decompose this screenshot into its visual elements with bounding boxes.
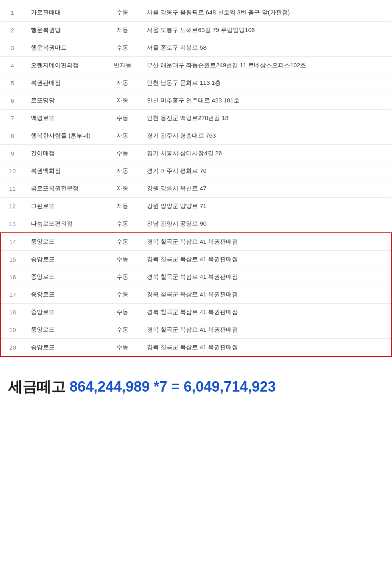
table-row: 2행운복권방자동서울 도봉구 노해로63길 79 우림빌딩106 bbox=[0, 22, 392, 39]
store-type: 자동 bbox=[104, 198, 140, 215]
store-address: 경북 칠곡군 북삼로 41 복권판매점 bbox=[140, 304, 392, 321]
store-name: 복권백화점 bbox=[24, 162, 104, 180]
table-row: 4오렌지데이편의점반자동부산 해운대구 좌동순환로249번길 11 르네상스오피… bbox=[0, 57, 392, 74]
store-type: 반자동 bbox=[104, 57, 140, 74]
table-row: 7백령로또수동인천 옹진군 백령로278번길 18 bbox=[0, 110, 392, 127]
store-type: 수동 bbox=[104, 251, 140, 268]
row-number: 4 bbox=[0, 57, 24, 74]
table-row: 19중앙로또수동경북 칠곡군 북삼로 41 복권판매점 bbox=[0, 321, 392, 339]
store-type: 자동 bbox=[104, 162, 140, 180]
store-type: 수동 bbox=[104, 145, 140, 162]
row-number: 5 bbox=[0, 74, 24, 92]
store-type: 수동 bbox=[104, 39, 140, 57]
row-number: 17 bbox=[0, 286, 24, 304]
store-name: 복권판매점 bbox=[24, 74, 104, 92]
row-number: 2 bbox=[0, 22, 24, 39]
store-type: 자동 bbox=[104, 92, 140, 110]
store-type: 자동 bbox=[104, 127, 140, 145]
store-type: 수동 bbox=[104, 339, 140, 357]
table-row: 9간이매점수동경기 시흥시 삼미시장4길 26 bbox=[0, 145, 392, 162]
store-type: 수동 bbox=[104, 233, 140, 251]
table-row: 14중앙로또수동경북 칠곡군 북삼로 41 복권판매점 bbox=[0, 233, 392, 251]
store-address: 부산 해운대구 좌동순환로249번길 11 르네상스오피스102호 bbox=[140, 57, 392, 74]
table-row: 11꿈로또복권전문점자동강원 강릉시 옥천로 47 bbox=[0, 180, 392, 198]
store-name: 로또명당 bbox=[24, 92, 104, 110]
store-name: 중앙로또 bbox=[24, 251, 104, 268]
row-number: 9 bbox=[0, 145, 24, 162]
store-name: 중앙로또 bbox=[24, 339, 104, 357]
store-address: 경북 칠곡군 북삼로 41 복권판매점 bbox=[140, 268, 392, 286]
row-number: 8 bbox=[0, 127, 24, 145]
store-address: 전남 광양시 공영로 90 bbox=[140, 215, 392, 233]
table-row: 13나눔로또편의점수동전남 광양시 공영로 90 bbox=[0, 215, 392, 233]
store-name: 행복한사람들 (홍부네) bbox=[24, 127, 104, 145]
row-number: 20 bbox=[0, 339, 24, 357]
row-number: 13 bbox=[0, 215, 24, 233]
row-number: 16 bbox=[0, 268, 24, 286]
store-type: 자동 bbox=[104, 22, 140, 39]
store-address: 강원 양양군 양양로 71 bbox=[140, 198, 392, 215]
store-address: 인천 남동구 문화로 113 1층 bbox=[140, 74, 392, 92]
table-row: 16중앙로또수동경북 칠곡군 북삼로 41 복권판매점 bbox=[0, 268, 392, 286]
store-name: 중앙로또 bbox=[24, 286, 104, 304]
store-name: 꿈로또복권전문점 bbox=[24, 180, 104, 198]
row-number: 10 bbox=[0, 162, 24, 180]
store-address: 경북 칠곡군 북삼로 41 복권판매점 bbox=[140, 286, 392, 304]
store-type: 수동 bbox=[104, 110, 140, 127]
store-address: 강원 강릉시 옥천로 47 bbox=[140, 180, 392, 198]
store-address: 경기 시흥시 삼미시장4길 26 bbox=[140, 145, 392, 162]
store-address: 경기 광주시 경충대로 763 bbox=[140, 127, 392, 145]
store-name: 오렌지데이편의점 bbox=[24, 57, 104, 74]
main-table-container: 1가로판매대수동서울 강동구 올림픽로 648 천호역 3번 출구 앞(가판점)… bbox=[0, 0, 392, 361]
store-type: 수동 bbox=[104, 286, 140, 304]
store-name: 중앙로또 bbox=[24, 233, 104, 251]
row-number: 15 bbox=[0, 251, 24, 268]
store-name: 행운복권마트 bbox=[24, 39, 104, 57]
summary-text: 세금떼고 864,244,989 *7 = 6,049,714,923 bbox=[8, 377, 384, 397]
table-row: 6로또명당자동인천 미추홀구 인주대로 423 101호 bbox=[0, 92, 392, 110]
row-number: 19 bbox=[0, 321, 24, 339]
table-row: 8행복한사람들 (홍부네)자동경기 광주시 경충대로 763 bbox=[0, 127, 392, 145]
store-address: 경북 칠곡군 북삼로 41 복권판매점 bbox=[140, 233, 392, 251]
table-row: 3행운복권마트수동서울 종로구 지봉로 58 bbox=[0, 39, 392, 57]
store-name: 중앙로또 bbox=[24, 321, 104, 339]
store-address: 인천 옹진군 백령로278번길 18 bbox=[140, 110, 392, 127]
store-type: 자동 bbox=[104, 74, 140, 92]
store-address: 서울 종로구 지봉로 58 bbox=[140, 39, 392, 57]
row-number: 12 bbox=[0, 198, 24, 215]
store-name: 간이매점 bbox=[24, 145, 104, 162]
store-name: 백령로또 bbox=[24, 110, 104, 127]
store-type: 수동 bbox=[104, 215, 140, 233]
store-address: 인천 미추홀구 인주대로 423 101호 bbox=[140, 92, 392, 110]
store-type: 수동 bbox=[104, 268, 140, 286]
store-name: 나눔로또편의점 bbox=[24, 215, 104, 233]
row-number: 18 bbox=[0, 304, 24, 321]
store-address: 경북 칠곡군 북삼로 41 복권판매점 bbox=[140, 339, 392, 357]
row-number: 6 bbox=[0, 92, 24, 110]
table-row: 12그린로또자동강원 양양군 양양로 71 bbox=[0, 198, 392, 215]
store-name: 그린로또 bbox=[24, 198, 104, 215]
row-number: 1 bbox=[0, 4, 24, 22]
store-address: 서울 도봉구 노해로63길 79 우림빌딩106 bbox=[140, 22, 392, 39]
store-type: 수동 bbox=[104, 4, 140, 22]
table-row: 17중앙로또수동경북 칠곡군 북삼로 41 복권판매점 bbox=[0, 286, 392, 304]
store-name: 중앙로또 bbox=[24, 268, 104, 286]
store-type: 자동 bbox=[104, 180, 140, 198]
row-number: 3 bbox=[0, 39, 24, 57]
summary-calculation: 864,244,989 *7 = 6,049,714,923 bbox=[70, 378, 276, 395]
store-address: 경기 파주시 평화로 70 bbox=[140, 162, 392, 180]
store-name: 행운복권방 bbox=[24, 22, 104, 39]
store-type: 수동 bbox=[104, 321, 140, 339]
store-name: 중앙로또 bbox=[24, 304, 104, 321]
store-name: 가로판매대 bbox=[24, 4, 104, 22]
table-row: 15중앙로또수동경북 칠곡군 북삼로 41 복권판매점 bbox=[0, 251, 392, 268]
store-type: 수동 bbox=[104, 304, 140, 321]
lottery-table: 1가로판매대수동서울 강동구 올림픽로 648 천호역 3번 출구 앞(가판점)… bbox=[0, 4, 392, 357]
table-row: 18중앙로또수동경북 칠곡군 북삼로 41 복권판매점 bbox=[0, 304, 392, 321]
summary-section: 세금떼고 864,244,989 *7 = 6,049,714,923 bbox=[0, 361, 392, 409]
table-row: 20중앙로또수동경북 칠곡군 북삼로 41 복권판매점 bbox=[0, 339, 392, 357]
row-number: 7 bbox=[0, 110, 24, 127]
summary-prefix: 세금떼고 bbox=[8, 378, 70, 395]
table-row: 5복권판매점자동인천 남동구 문화로 113 1층 bbox=[0, 74, 392, 92]
table-row: 1가로판매대수동서울 강동구 올림픽로 648 천호역 3번 출구 앞(가판점) bbox=[0, 4, 392, 22]
